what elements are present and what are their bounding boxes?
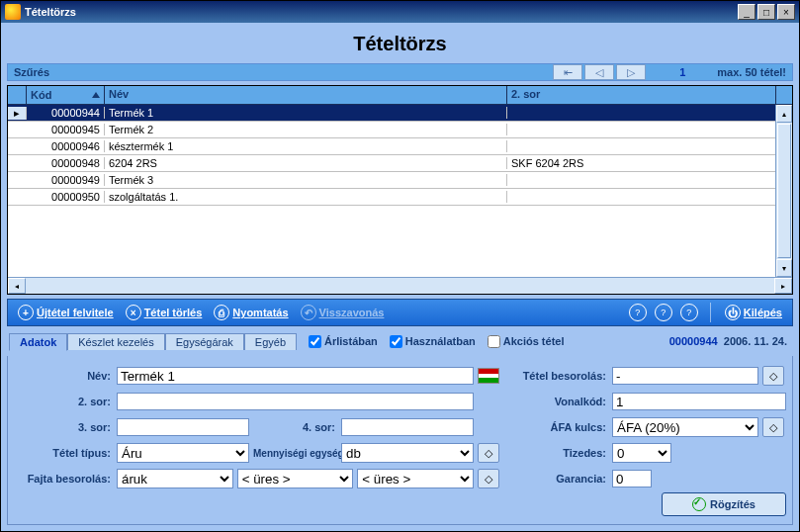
sor3-input[interactable] <box>117 418 249 436</box>
maximize-button[interactable]: □ <box>757 4 775 20</box>
sort-asc-icon <box>92 92 100 98</box>
filter-label: Szűrés <box>8 66 553 78</box>
close-button[interactable]: × <box>777 4 795 20</box>
fajta-select-2[interactable]: < üres > <box>237 469 354 488</box>
app-window: Tételtörzs _ □ × Tételtörzs Szűrés ⇤ ◁ ▷… <box>0 0 800 532</box>
x-icon: × <box>126 305 141 320</box>
menny-lookup-button[interactable]: ◇ <box>478 443 499 463</box>
table-row[interactable]: 000009486204 2RSSKF 6204 2RS <box>8 155 792 172</box>
nev-label: Név: <box>14 370 113 382</box>
print-button[interactable]: ⎙Nyomtatás <box>210 303 292 322</box>
scroll-right-button[interactable]: ▸ <box>774 278 792 294</box>
fajta-select-1[interactable]: áruk <box>117 469 233 488</box>
fajta-lookup-button[interactable]: ◇ <box>478 469 499 488</box>
nav-prev-button[interactable]: ◁ <box>584 64 614 80</box>
scroll-thumb[interactable] <box>777 124 791 258</box>
tizedes-label: Tizedes: <box>509 447 608 459</box>
table-row[interactable]: 00000945Termék 2 <box>8 122 792 138</box>
app-icon <box>5 4 21 20</box>
tab-egysegarak[interactable]: Egységárak <box>165 333 244 350</box>
form-panel: Név: 2. sor: 3. sor: 4. sor: Tétel típus… <box>7 356 793 525</box>
scroll-left-button[interactable]: ◂ <box>8 278 26 294</box>
nav-current: 1 <box>648 66 717 78</box>
tizedes-select[interactable]: 0 <box>612 443 671 463</box>
col-nev[interactable]: Név <box>105 86 507 104</box>
rogzites-button[interactable]: Rögzítés <box>662 492 786 516</box>
afa-label: ÁFA kulcs: <box>509 421 608 433</box>
col-sor2[interactable]: 2. sor <box>507 86 775 104</box>
table-row[interactable]: 00000946késztermék 1 <box>8 138 792 155</box>
plus-icon: + <box>18 305 34 320</box>
check-akcios[interactable]: Akciós tétel <box>488 335 565 348</box>
vertical-scrollbar[interactable]: ▴ ▾ <box>775 105 792 277</box>
tab-adatok[interactable]: Adatok <box>9 333 67 351</box>
data-grid: Kód Név 2. sor ▸00000944Termék 100000945… <box>7 85 793 295</box>
menny-select[interactable]: db <box>341 443 474 463</box>
tipus-label: Tétel típus: <box>14 447 113 459</box>
garancia-input[interactable] <box>612 470 652 488</box>
new-item-button[interactable]: +Újtétel felvitele <box>14 303 118 322</box>
power-icon: ⏻ <box>725 305 741 320</box>
page-title: Tételtörzs <box>7 29 793 59</box>
vonalkod-label: Vonalkód: <box>509 396 608 407</box>
scroll-down-button[interactable]: ▾ <box>776 259 792 277</box>
help3-icon[interactable]: ? <box>680 304 698 321</box>
sor4-input[interactable] <box>341 418 474 436</box>
minimize-button[interactable]: _ <box>738 4 756 20</box>
sor4-label: 4. sor: <box>253 421 337 433</box>
besor-input[interactable] <box>612 367 758 385</box>
grid-header: Kód Név 2. sor <box>8 86 792 105</box>
window-title: Tételtörzs <box>25 6 736 18</box>
data-code-date: 00000944 2006. 11. 24. <box>669 335 793 347</box>
besor-lookup-button[interactable]: ◇ <box>762 366 784 386</box>
help1-icon[interactable]: ? <box>629 304 647 321</box>
grid-body: ▸00000944Termék 100000945Termék 20000094… <box>8 105 792 277</box>
tab-egyeb[interactable]: Egyéb <box>244 333 297 350</box>
nav-first-button[interactable]: ⇤ <box>553 64 582 80</box>
scroll-up-button[interactable]: ▴ <box>776 105 792 123</box>
fajta-select-3[interactable]: < üres > <box>357 469 474 488</box>
vonalkod-input[interactable] <box>612 393 786 410</box>
exit-button[interactable]: ⏻Kilépés <box>721 303 786 322</box>
delete-item-button[interactable]: ×Tétel törlés <box>122 303 207 322</box>
table-row[interactable]: 00000949Termék 3 <box>8 172 792 189</box>
check-icon <box>692 497 706 511</box>
nev-input[interactable] <box>117 367 474 385</box>
col-kod[interactable]: Kód <box>27 86 105 104</box>
nav-max-label: max. 50 tétel! <box>717 66 792 78</box>
tab-bar: Adatok Készlet kezelés Egységárak Egyéb … <box>7 330 793 352</box>
print-icon: ⎙ <box>214 305 229 320</box>
horizontal-scrollbar[interactable]: ◂ ▸ <box>8 277 792 294</box>
table-row[interactable]: ▸00000944Termék 1 <box>8 105 792 122</box>
sor2-input[interactable] <box>117 393 474 410</box>
titlebar: Tételtörzs _ □ × <box>1 1 799 23</box>
afa-select[interactable]: ÁFA (20%) <box>612 417 758 437</box>
besor-label: Tétel besorolás: <box>509 370 608 382</box>
sor3-label: 3. sor: <box>14 421 113 433</box>
help2-icon[interactable]: ? <box>655 304 672 321</box>
table-row[interactable]: 00000950szolgáltatás 1. <box>8 189 792 206</box>
main-toolbar: +Újtétel felvitele ×Tétel törlés ⎙Nyomta… <box>7 299 793 326</box>
check-hasznalatban[interactable]: Használatban <box>390 335 476 348</box>
sor2-label: 2. sor: <box>14 396 113 407</box>
flag-icon[interactable] <box>478 368 499 384</box>
menny-label: Mennyiségi egység: <box>253 448 337 459</box>
undo-button[interactable]: ↶Visszavonás <box>297 303 389 322</box>
tipus-select[interactable]: Áru <box>117 443 249 463</box>
undo-icon: ↶ <box>301 305 316 320</box>
nav-next-button[interactable]: ▷ <box>616 64 646 80</box>
garancia-label: Garancia: <box>509 473 608 485</box>
afa-lookup-button[interactable]: ◇ <box>762 417 784 437</box>
check-arlistaban[interactable]: Árlistában <box>309 335 378 348</box>
tab-keszlet[interactable]: Készlet kezelés <box>67 333 164 350</box>
filter-bar: Szűrés ⇤ ◁ ▷ 1 max. 50 tétel! <box>7 63 793 81</box>
fajta-label: Fajta besorolás: <box>14 473 113 485</box>
